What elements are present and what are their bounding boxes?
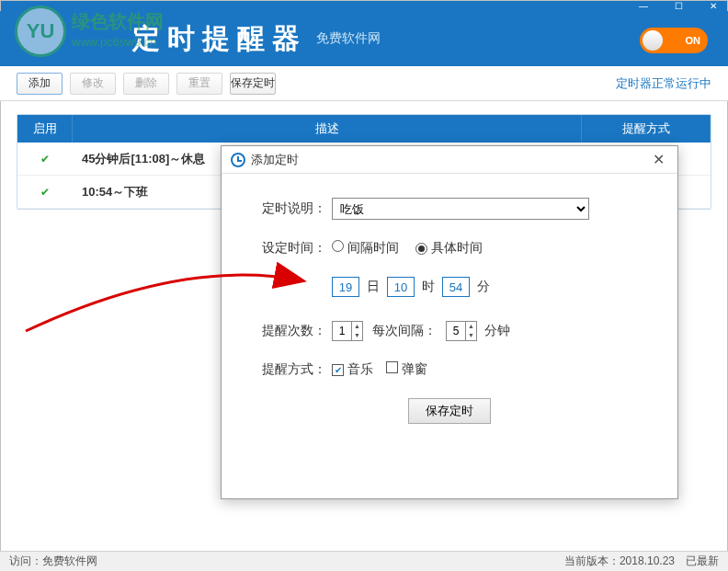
status-version: 当前版本：2018.10.23 (564, 554, 675, 569)
status-latest: 已最新 (686, 554, 719, 569)
reset-button[interactable]: 重置 (176, 73, 222, 95)
th-enable: 启用 (17, 115, 73, 143)
toggle-knob (643, 30, 663, 51)
timer-status: 定时器正常运行中 (616, 75, 711, 92)
dialog-title: 添加定时 (251, 152, 299, 168)
dialog-titlebar: 添加定时 ✕ (222, 146, 677, 174)
toggle-label: ON (686, 35, 701, 46)
unit-hour: 时 (422, 279, 435, 295)
minute-input[interactable] (442, 277, 470, 297)
unit-day: 日 (367, 279, 380, 295)
delete-button[interactable]: 删除 (123, 73, 169, 95)
table-header: 启用 描述 提醒方式 (17, 115, 711, 143)
unit-min: 分 (477, 279, 490, 295)
label-time: 设定时间： (247, 240, 326, 257)
enable-check-icon: ✔ (17, 186, 73, 199)
edit-button[interactable]: 修改 (70, 73, 116, 95)
power-toggle[interactable]: ON (640, 28, 708, 53)
clock-icon (231, 153, 245, 167)
app-header: YU 绿色软件网 www.pc6sw9.cn 定时提醒器 免费软件网 ON (0, 11, 728, 66)
label-mode: 提醒方式： (247, 361, 326, 378)
toolbar: 添加 修改 删除 重置 保存定时 定时器正常运行中 (0, 66, 728, 101)
checkbox-popup[interactable]: 弹窗 (386, 361, 427, 378)
radio-specific[interactable]: 具体时间 (415, 240, 483, 257)
label-count: 提醒次数： (247, 323, 326, 339)
add-timer-dialog: 添加定时 ✕ 定时说明： 吃饭 设定时间： 间隔时间 具体时间 日 时 分 提 (221, 145, 678, 499)
label-desc: 定时说明： (247, 200, 326, 217)
th-mode: 提醒方式 (582, 115, 711, 143)
interval-stepper[interactable]: ▲▼ (446, 321, 477, 341)
add-button[interactable]: 添加 (17, 73, 63, 95)
statusbar: 访问：免费软件网 当前版本：2018.10.23 已最新 (0, 551, 728, 571)
status-left: 访问：免费软件网 (9, 554, 97, 569)
save-timer-button[interactable]: 保存定时 (230, 73, 276, 95)
desc-select[interactable]: 吃饭 (332, 198, 589, 220)
enable-check-icon: ✔ (17, 153, 73, 166)
day-input[interactable] (332, 277, 359, 297)
radio-interval[interactable]: 间隔时间 (332, 240, 399, 257)
count-stepper[interactable]: ▲▼ (332, 321, 363, 341)
app-title: 定时提醒器 (132, 20, 307, 58)
dialog-save-button[interactable]: 保存定时 (408, 398, 491, 424)
dialog-close-button[interactable]: ✕ (649, 151, 668, 168)
app-subtitle: 免费软件网 (316, 30, 381, 47)
label-every: 每次间隔： (372, 323, 437, 339)
checkbox-music[interactable]: ✔音乐 (332, 361, 373, 378)
hour-input[interactable] (387, 277, 415, 297)
th-desc: 描述 (73, 115, 582, 143)
unit-every: 分钟 (484, 323, 510, 339)
